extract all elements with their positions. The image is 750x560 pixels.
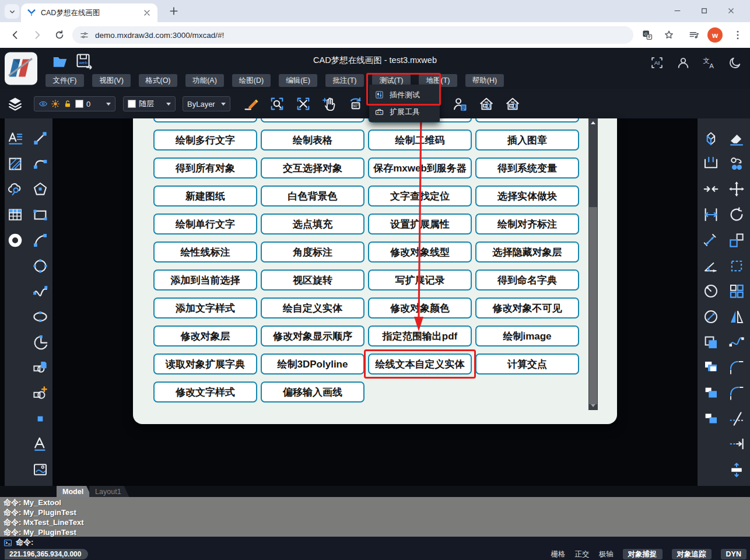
url-bar[interactable]: demo.mxdraw3d.com:3000/mxcad/#!	[72, 26, 633, 44]
grid-button[interactable]: 修改对象层	[153, 326, 257, 346]
tab-search-button[interactable]	[5, 4, 19, 19]
break-icon[interactable]	[702, 155, 720, 173]
status-button[interactable]: 对象追踪	[672, 549, 712, 559]
polygon-icon[interactable]	[31, 180, 49, 198]
grid-button[interactable]: 绘制image	[475, 326, 579, 346]
pie-icon[interactable]	[31, 334, 49, 351]
sheet-tab-model[interactable]: Model	[57, 486, 92, 497]
menu-item-4[interactable]: 功能(A)	[185, 74, 224, 87]
status-toggle[interactable]: 正交	[575, 550, 590, 559]
donut-icon[interactable]	[6, 232, 24, 249]
reload-button[interactable]	[54, 29, 65, 41]
ai-icon[interactable]: AI	[650, 55, 664, 70]
browser-menu-button[interactable]	[732, 29, 744, 41]
menu-item-5[interactable]: 绘图(D)	[232, 74, 271, 87]
draw-line-icon[interactable]	[243, 96, 260, 112]
theme-toggle-button[interactable]	[728, 55, 742, 70]
grid-button[interactable]: 修改对象显示顺序	[261, 326, 365, 346]
layers-icon[interactable]	[7, 96, 23, 112]
layer-unlock-icon[interactable]	[63, 99, 72, 108]
translate-button[interactable]: G	[642, 29, 653, 41]
rotate-view-icon[interactable]: 90°	[348, 96, 364, 112]
mirror-icon[interactable]	[728, 308, 745, 326]
diameter-icon[interactable]	[702, 308, 720, 326]
account-button[interactable]	[676, 55, 691, 70]
grid-button[interactable]: 选择实体做块	[475, 186, 579, 206]
draworder-icon[interactable]	[702, 410, 720, 428]
close-window-button[interactable]	[717, 1, 744, 20]
grid-button[interactable]: 交互选择对象	[261, 158, 365, 178]
linetype-select[interactable]: ByLayer	[183, 96, 230, 111]
grid-button[interactable]: 添加到当前选择	[153, 270, 257, 290]
mtext-icon[interactable]	[6, 130, 24, 147]
layer-select[interactable]: 0	[34, 96, 115, 111]
line-icon[interactable]	[31, 130, 49, 147]
grid-button-clipped[interactable]	[475, 118, 579, 123]
grid-button[interactable]: 视区旋转	[261, 270, 365, 290]
dropdown-item-2[interactable]: 扩展工具	[369, 103, 440, 120]
zoom-window-icon[interactable]	[269, 96, 285, 112]
command-prompt-row[interactable]: 命令:	[0, 537, 750, 548]
rectangle-icon[interactable]	[31, 206, 49, 223]
arc-icon[interactable]	[31, 232, 49, 249]
back-button[interactable]	[9, 29, 21, 41]
ellipse-icon[interactable]	[31, 308, 49, 326]
browser-avatar[interactable]: w	[707, 27, 723, 43]
hatch-icon[interactable]	[6, 155, 24, 173]
eraser-icon[interactable]	[728, 130, 745, 147]
lengthen-icon[interactable]	[728, 461, 745, 478]
menu-item-6[interactable]: 编辑(E)	[279, 74, 317, 87]
table-icon[interactable]	[6, 206, 24, 223]
grid-button[interactable]: 绘制单行文字	[153, 214, 257, 235]
fillet-radius-icon[interactable]	[728, 384, 745, 402]
status-button[interactable]: DYN	[721, 549, 747, 559]
status-toggle[interactable]: 栅格	[551, 550, 566, 559]
zoom-extents-icon[interactable]	[295, 96, 311, 112]
grid-button[interactable]: 绘制表格	[261, 130, 365, 150]
grid-button[interactable]: 绘制多行文字	[153, 130, 257, 150]
dim-aligned-icon[interactable]	[702, 232, 720, 249]
dim-angle-icon[interactable]	[702, 257, 720, 275]
sheet-tab-layout1[interactable]: Layout1	[89, 486, 129, 497]
distance-icon[interactable]	[702, 206, 720, 223]
rotate-icon[interactable]	[728, 206, 745, 223]
spline-icon[interactable]	[31, 282, 49, 300]
maximize-button[interactable]	[691, 1, 717, 20]
home-block-icon[interactable]	[478, 96, 495, 112]
point-icon[interactable]	[31, 410, 49, 428]
grid-button[interactable]: 修改对象不可见	[475, 298, 579, 318]
vertical-scrollbar[interactable]	[588, 118, 598, 410]
block-add-icon[interactable]	[31, 384, 49, 402]
array-icon[interactable]	[728, 282, 745, 300]
grid-button[interactable]: 偏移输入画线	[261, 382, 365, 402]
grid-button-clipped[interactable]	[261, 118, 365, 123]
grid-button[interactable]: 修改文字样式	[153, 382, 257, 402]
grid-button[interactable]: 读取对象扩展字典	[153, 354, 257, 374]
grid-button[interactable]: 绘性线标注	[153, 242, 257, 262]
tab-close-icon[interactable]	[142, 8, 152, 18]
grid-button[interactable]: 绘制对齐标注	[475, 214, 579, 235]
radius-icon[interactable]	[702, 282, 720, 300]
layer-visible-icon[interactable]	[38, 99, 48, 108]
move-icon[interactable]	[728, 180, 745, 198]
grid-button[interactable]: 得到所有对象	[153, 158, 257, 178]
fillet-icon[interactable]	[728, 359, 745, 376]
text-icon[interactable]	[31, 435, 49, 453]
draworder-front-icon[interactable]	[702, 359, 720, 376]
grid-button[interactable]: 计算交点	[475, 354, 579, 374]
circle-icon[interactable]	[31, 257, 49, 275]
revcloud-icon[interactable]	[6, 180, 24, 198]
grid-button[interactable]: 绘自定义实体	[261, 298, 365, 318]
grid-button[interactable]: 得到命名字典	[475, 270, 579, 290]
image-icon[interactable]	[31, 461, 49, 478]
grid-button-clipped[interactable]	[153, 118, 257, 123]
menu-item-7[interactable]: 批注(T)	[325, 74, 364, 87]
minimize-button[interactable]	[664, 1, 691, 20]
menu-item-3[interactable]: 格式(O)	[139, 74, 177, 87]
draworder-back-icon[interactable]	[702, 384, 720, 402]
browser-tab[interactable]: CAD梦想在线画图	[21, 4, 157, 22]
grid-button[interactable]: 选择隐藏对象层	[475, 242, 579, 262]
copy-icon[interactable]	[702, 334, 720, 351]
color-select[interactable]: 随层	[123, 96, 176, 111]
forward-button[interactable]	[31, 29, 43, 41]
